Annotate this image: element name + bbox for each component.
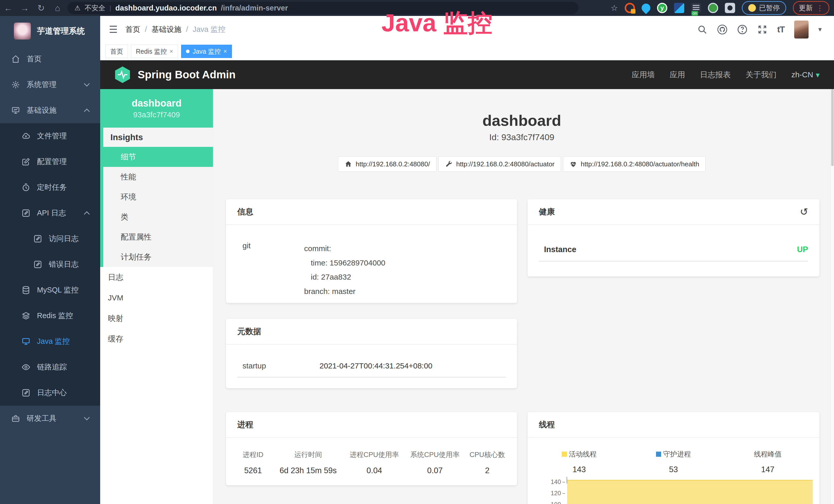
info-key: git — [242, 241, 304, 298]
sidebar-item-error-logs[interactable]: 错误日志 — [0, 252, 100, 277]
search-icon[interactable] — [697, 24, 707, 35]
browser-home-icon[interactable]: ⌂ — [49, 3, 66, 13]
process-card: 进程 进程ID 运行时间 进程CPU使用率 系统CPU使用率 CPU核心数 52… — [226, 412, 517, 485]
sidebar-item-infrastructure[interactable]: 基础设施 — [0, 97, 100, 123]
sba-nav-applications[interactable]: 应用 — [670, 70, 685, 80]
sba-nav-about[interactable]: 关于我们 — [746, 70, 776, 80]
user-avatar[interactable] — [794, 21, 809, 39]
tab-label: Redis 监控 — [136, 47, 167, 56]
sidebar-item-file-management[interactable]: 文件管理 — [0, 123, 100, 149]
browser-update-button[interactable]: 更新 ⋮ — [793, 1, 829, 15]
app-logo-row[interactable]: 芋道管理系统 — [0, 16, 100, 46]
browser-back-icon[interactable]: ← — [0, 3, 17, 13]
sidebar-item-dev-tools[interactable]: 研发工具 — [0, 406, 100, 431]
sba-menu-mappings[interactable]: 映射 — [100, 308, 213, 329]
text-size-icon[interactable]: tT — [777, 24, 785, 35]
sba-nav-journal[interactable]: 日志报表 — [700, 70, 731, 80]
sidebar-item-api-logs[interactable]: API 日志 — [0, 200, 100, 226]
sidebar-item-redis-monitor[interactable]: Redis 监控 — [0, 303, 100, 329]
sba-menu-environment[interactable]: 环境 — [103, 187, 213, 207]
sidebar-item-java-monitor[interactable]: Java 监控 — [0, 329, 100, 354]
sidebar-item-config-management[interactable]: 配置管理 — [0, 149, 100, 175]
annotation-java-monitor: Java 监控 — [381, 7, 492, 40]
sba-menu-logs[interactable]: 日志 — [100, 267, 213, 288]
tab-redis-monitor[interactable]: Redis 监控 × — [131, 45, 178, 58]
home-icon — [11, 55, 20, 63]
instance-header[interactable]: dashboard 93a3fc7f7409 — [100, 89, 213, 128]
bookmark-star-icon[interactable]: ☆ — [611, 3, 618, 13]
url-host: dashboard.yudao.iocoder.cn — [115, 4, 217, 12]
fullscreen-icon[interactable] — [757, 24, 767, 35]
locale-value: zh-CN — [791, 70, 813, 79]
sba-nav-wallboard[interactable]: 应用墙 — [632, 70, 655, 80]
sidebar-item-label: 链路追踪 — [37, 362, 67, 372]
sba-menu-classes[interactable]: 类 — [103, 207, 213, 227]
home-icon — [345, 160, 352, 168]
browser-menu-dots-icon[interactable]: ⋮ — [816, 4, 824, 12]
instance-url-chips: http://192.168.0.2:48080/ http://192.168… — [213, 156, 830, 172]
health-card-title: 健康 — [539, 206, 555, 217]
sba-nav: 应用墙 应用 日志报表 关于我们 zh-CN ▾ — [632, 70, 820, 80]
sidebar-item-mysql-monitor[interactable]: MySQL 监控 — [0, 277, 100, 303]
sidebar-submenu-infrastructure: 文件管理 配置管理 定时任务 API 日志 访问日志 错误日志 — [0, 123, 100, 406]
extension-icon[interactable]: y — [657, 3, 667, 13]
health-url-chip[interactable]: http://192.168.0.2:48080/actuator/health — [563, 156, 706, 172]
legend-label: 守护进程 — [663, 450, 691, 459]
url-path: /infra/admin-server — [221, 4, 288, 12]
sidebar-item-home[interactable]: 首页 — [0, 46, 100, 72]
tab-java-monitor[interactable]: Java 监控 × — [181, 45, 232, 58]
sba-menu-details[interactable]: 细节 — [100, 147, 213, 167]
extensions-puzzle-icon[interactable] — [725, 3, 735, 13]
column-header: 进程CPU使用率 — [344, 450, 404, 459]
user-menu-caret-icon[interactable]: ▾ — [818, 25, 822, 33]
github-icon[interactable] — [717, 24, 727, 35]
sba-menu-metrics[interactable]: 性能 — [103, 167, 213, 187]
process-table: 进程ID 运行时间 进程CPU使用率 系统CPU使用率 CPU核心数 5261 … — [226, 438, 517, 475]
sba-brand-title[interactable]: Spring Boot Admin — [138, 69, 236, 81]
omnibox-divider: | — [109, 4, 111, 12]
scrollbar-thumb[interactable] — [831, 89, 834, 166]
extension-icon[interactable] — [674, 3, 684, 13]
extension-icon[interactable] — [625, 3, 635, 13]
breadcrumb-infrastructure[interactable]: 基础设施 — [152, 24, 181, 35]
sidebar-item-system[interactable]: 系统管理 — [0, 72, 100, 97]
divider — [539, 261, 808, 261]
locale-select[interactable]: zh-CN ▾ — [791, 70, 820, 79]
hamburger-icon[interactable]: ☰ — [100, 24, 125, 35]
help-icon[interactable] — [737, 24, 747, 35]
sba-menu-config-props[interactable]: 配置属性 — [103, 227, 213, 247]
process-card-title: 进程 — [237, 419, 253, 430]
sidebar-item-log-center[interactable]: 日志中心 — [0, 380, 100, 406]
sidebar-item-tracing[interactable]: 链路追踪 — [0, 354, 100, 380]
sidebar-item-scheduled-jobs[interactable]: 定时任务 — [0, 175, 100, 200]
sba-menu-jvm[interactable]: JVM — [100, 288, 213, 308]
breadcrumb-current: Java 监控 — [193, 24, 225, 35]
sidebar-item-access-logs[interactable]: 访问日志 — [0, 226, 100, 252]
close-icon[interactable]: × — [223, 48, 227, 55]
extension-pin-icon[interactable] — [640, 2, 652, 14]
sidebar-item-label: 配置管理 — [37, 157, 67, 167]
history-icon[interactable]: ↺ — [800, 206, 808, 217]
service-url-chip[interactable]: http://192.168.0.2:48080/ — [338, 156, 436, 172]
breadcrumb-home[interactable]: 首页 — [125, 24, 140, 35]
sba-menu-caches[interactable]: 缓存 — [100, 329, 213, 349]
threads-card: 线程 活动线程 守护进程 线程峰值 — [528, 412, 819, 504]
peak-threads-value: 147 — [721, 465, 814, 474]
content-scrollbar[interactable] — [830, 89, 834, 504]
extension-switch-icon[interactable] — [691, 3, 701, 13]
tab-home[interactable]: 首页 — [105, 45, 128, 58]
y-axis-tick: 120 — [543, 489, 561, 497]
extension-icon[interactable] — [708, 3, 718, 13]
paused-badge[interactable]: 已暂停 — [742, 1, 786, 15]
health-instance-row[interactable]: Instance UP — [528, 225, 819, 254]
actuator-url-chip[interactable]: http://192.168.0.2:48080/actuator — [438, 156, 561, 172]
browser-reload-icon[interactable]: ↻ — [33, 3, 49, 13]
close-icon[interactable]: × — [170, 48, 173, 55]
tags-view-bar: 首页 Redis 监控 × Java 监控 × — [100, 43, 834, 60]
address-bar[interactable]: ⚠ 不安全 | dashboard.yudao.iocoder.cn/infra… — [67, 2, 578, 14]
sba-menu-scheduled-tasks[interactable]: 计划任务 — [103, 247, 213, 267]
threads-area-chart: 140 120 100 — [528, 476, 819, 504]
browser-forward-icon[interactable]: → — [17, 3, 33, 13]
divider — [237, 377, 506, 377]
spring-boot-admin-logo — [114, 66, 130, 84]
